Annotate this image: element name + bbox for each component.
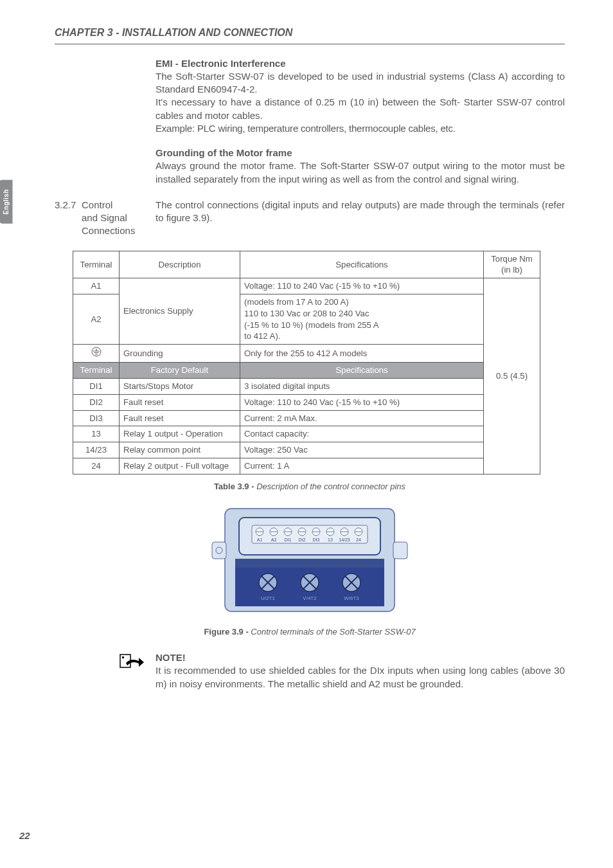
- section-label-l3: Connections: [82, 225, 135, 236]
- th-description: Description: [120, 251, 240, 278]
- svg-rect-24: [212, 542, 226, 559]
- svg-rect-27: [235, 559, 384, 568]
- cell-24-desc: Relay 2 output - Full voltage: [120, 458, 240, 474]
- sub-terminal: Terminal: [73, 363, 120, 379]
- cell-di3-spec: Current: 2 mA Max.: [240, 410, 484, 426]
- fig-caption-it: Control terminals of the Soft-Starter SS…: [251, 627, 415, 637]
- emi-section: EMI - Electronic Interference The Soft-S…: [155, 57, 565, 136]
- cell-spec-a2: (models from 17 A to 200 A) 110 to 130 V…: [240, 294, 484, 345]
- svg-rect-7: [252, 525, 368, 543]
- cell-di2-spec: Voltage: 110 to 240 Vac (-15 % to +10 %): [240, 394, 484, 410]
- cell-1423-spec: Voltage: 250 Vac: [240, 442, 484, 458]
- table-caption-it: Description of the control connector pin…: [256, 482, 405, 491]
- ground-heading: Grounding of the Motor frame: [155, 147, 565, 159]
- chapter-title: CHAPTER 3 - INSTALLATION AND CONNECTION: [55, 26, 565, 40]
- spec-a2-l2: (models from 17 A to 200 A): [244, 297, 349, 307]
- fig-term-13: 13: [328, 538, 333, 542]
- fig-term-a2: A2: [271, 538, 277, 542]
- section-number: 3.2.7: [55, 199, 82, 238]
- note-heading: NOTE!: [155, 651, 565, 664]
- language-tab: English: [0, 180, 13, 224]
- fig-term-di2: DI2: [299, 538, 306, 542]
- page-number: 22: [19, 829, 30, 842]
- emi-p3: Example: PLC wiring, temperature control…: [155, 122, 565, 135]
- spec-a2-l4: (-15 % to 10 %) (models from 255 A: [244, 320, 379, 330]
- cell-1423: 14/23: [73, 442, 120, 458]
- cell-di1: DI1: [73, 378, 120, 394]
- cell-13-spec: Contact capacity:: [240, 426, 484, 442]
- cell-13: 13: [73, 426, 120, 442]
- cell-di3-desc: Fault reset: [120, 410, 240, 426]
- spec-a2-l3: 110 to 130 Vac or 208 to 240 Vac: [244, 309, 369, 318]
- cell-torque: 0.5 (4.5): [484, 278, 540, 475]
- svg-rect-26: [393, 542, 407, 559]
- fig-caption-bold: Figure 3.9 -: [204, 627, 251, 637]
- connector-table: Terminal Description Specifications Torq…: [73, 251, 540, 475]
- table-caption-bold: Table 3.9 -: [214, 482, 256, 491]
- fig-term-di3: DI3: [313, 538, 320, 542]
- th-specs: Specifications: [240, 251, 484, 278]
- spec-a2-l5: to 412 A).: [244, 331, 280, 341]
- th-terminal: Terminal: [73, 251, 120, 278]
- cell-di1-desc: Starts/Stops Motor: [120, 378, 240, 394]
- cell-24: 24: [73, 458, 120, 474]
- emi-heading: EMI - Electronic Interference: [155, 57, 565, 70]
- cell-a1: A1: [73, 278, 120, 294]
- grounding-section: Grounding of the Motor frame Always grou…: [155, 147, 565, 186]
- fig-bottom-v: V/4T2: [303, 595, 317, 601]
- ground-icon: [91, 347, 102, 357]
- th-torque-l2: (in lb): [501, 265, 522, 275]
- fig-bottom-u: U/2T1: [261, 595, 275, 601]
- fig-term-a1: A1: [257, 538, 263, 542]
- cell-a2: A2: [73, 294, 120, 345]
- ground-p1: Always ground the motor frame. The Soft-…: [155, 159, 565, 186]
- sub-specs: Specifications: [240, 363, 484, 379]
- fig-term-di1: DI1: [285, 538, 292, 542]
- cell-di3: DI3: [73, 410, 120, 426]
- table-caption: Table 3.9 - Description of the control c…: [55, 481, 565, 493]
- section-327: 3.2.7 Control and Signal Connections The…: [55, 199, 565, 238]
- cell-grounding: Grounding: [120, 345, 240, 363]
- sub-factory: Factory Default: [120, 363, 240, 379]
- section-label-l1: Control: [82, 199, 112, 210]
- emi-p2: It's necessary to have a distance of 0.2…: [155, 96, 565, 122]
- cell-di1-spec: 3 isolated digital inputs: [240, 378, 484, 394]
- cell-elec-supply: Electronics Supply: [120, 278, 240, 345]
- cell-di2-desc: Fault reset: [120, 394, 240, 410]
- figure-caption: Figure 3.9 - Control terminals of the So…: [55, 626, 565, 638]
- th-torque-l1: Torque Nm: [491, 254, 533, 264]
- cell-spec-a1: Voltage: 110 to 240 Vac (-15 % to +10 %): [240, 278, 484, 294]
- fig-bottom-w: W/6T3: [344, 595, 359, 601]
- note-block: NOTE! It is recommended to use shielded …: [55, 651, 565, 691]
- section-label: Control and Signal Connections: [82, 199, 155, 238]
- section-label-l2: and Signal: [82, 212, 127, 223]
- svg-rect-39: [122, 656, 124, 658]
- device-illustration: A1 A2 DI1 DI2 DI3 13 14/23 24: [207, 503, 413, 616]
- note-body-text: It is recommended to use shielded cables…: [155, 664, 565, 691]
- cell-ground-icon: [73, 345, 120, 363]
- cell-ground-spec: Only for the 255 to 412 A models: [240, 345, 484, 363]
- cell-13-desc: Relay 1 output - Operation: [120, 426, 240, 442]
- figure-39: A1 A2 DI1 DI2 DI3 13 14/23 24: [55, 503, 565, 619]
- title-rule: [55, 44, 565, 44]
- emi-p1: The Soft-Starter SSW-07 is developed to …: [155, 70, 565, 96]
- fig-term-1423: 14/23: [339, 538, 350, 542]
- note-icon: [120, 653, 144, 672]
- cell-24-spec: Current: 1 A: [240, 458, 484, 474]
- fig-term-24: 24: [356, 538, 361, 542]
- cell-1423-desc: Relay common point: [120, 442, 240, 458]
- th-torque: Torque Nm (in lb): [484, 251, 540, 278]
- cell-di2: DI2: [73, 394, 120, 410]
- section-body: The control connections (digital inputs …: [155, 199, 565, 238]
